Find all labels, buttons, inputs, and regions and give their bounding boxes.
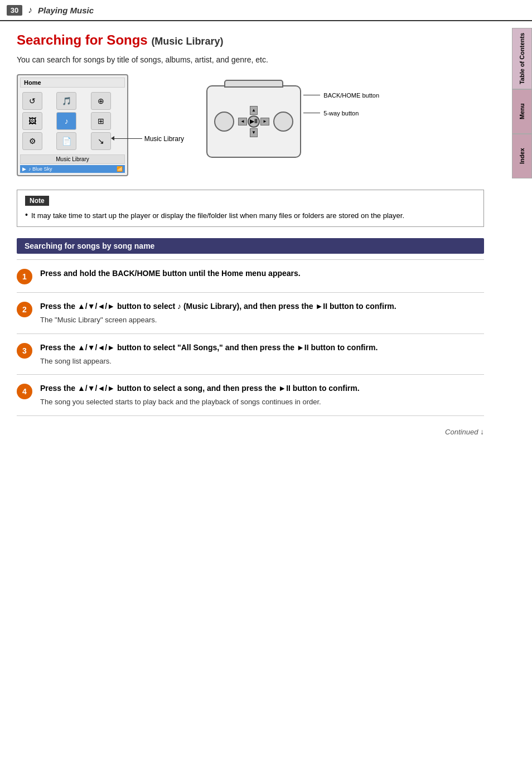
device-icons-grid: ↺ 🎵 ⊕ 🖼 ♪ ⊞ ⚙ 📄 ↘ bbox=[20, 90, 125, 152]
continued-arrow: ↓ bbox=[480, 427, 484, 436]
controller-wrapper: ▶II ▲ ▼ ◄ ► BACK/HOME button bbox=[206, 85, 301, 158]
step-number-2: 2 bbox=[17, 302, 32, 317]
note-box: Note • It may take time to start up the … bbox=[17, 190, 484, 228]
controller-outer: ▶II ▲ ▼ ◄ ► bbox=[206, 85, 301, 158]
note-bullet: • It may take time to start up the playe… bbox=[25, 210, 476, 221]
device-icon-doc: 📄 bbox=[56, 132, 76, 150]
step-row-3: 3 Press the ▲/▼/◄/► button to select "Al… bbox=[17, 334, 484, 375]
note-text: It may take time to start up the player … bbox=[31, 210, 404, 221]
intro-text: You can search for songs by title of son… bbox=[17, 55, 484, 64]
tab-menu[interactable]: Menu bbox=[512, 89, 532, 134]
device-icon-grid: ⊞ bbox=[91, 112, 111, 130]
music-library-label: Music Library bbox=[144, 135, 184, 143]
controller-left-circle bbox=[214, 112, 234, 132]
step-number-4: 4 bbox=[17, 384, 32, 399]
step-desc-2: The "Music Library" screen appears. bbox=[40, 315, 484, 326]
tab-index[interactable]: Index bbox=[512, 134, 532, 178]
step-title-1: Press and hold the BACK/HOME button unti… bbox=[40, 268, 484, 279]
step-title-3: Press the ▲/▼/◄/► button to select "All … bbox=[40, 342, 484, 354]
device-icon-rotate: ↺ bbox=[22, 92, 42, 110]
main-content: Searching for Songs (Music Library) You … bbox=[0, 21, 512, 458]
step-title-2: Press the ▲/▼/◄/► button to select ♪ (Mu… bbox=[40, 301, 484, 312]
device-icon-settings: ⚙ bbox=[22, 132, 42, 150]
header-title: Playing Music bbox=[38, 6, 94, 15]
back-home-label: BACK/HOME button bbox=[323, 91, 379, 100]
device-label-bar: Music Library bbox=[20, 154, 125, 164]
dpad-right: ► bbox=[260, 118, 269, 125]
five-way-label-row: 5-way button bbox=[303, 109, 379, 118]
step-row-4: 4 Press the ▲/▼/◄/► button to select a s… bbox=[17, 375, 484, 416]
controller-top-bar bbox=[224, 80, 283, 88]
dpad-center-btn: ▶II bbox=[248, 115, 260, 128]
device-icon-arrow: ↘ bbox=[91, 132, 111, 150]
note-header: Note bbox=[25, 196, 49, 206]
device-signal-icon: 📶 bbox=[117, 166, 123, 172]
music-library-arrow-label: Music Library bbox=[114, 135, 184, 143]
dpad-up: ▲ bbox=[250, 106, 258, 115]
section-title-red: Searching for Songs bbox=[17, 32, 148, 47]
device-screen-header: Home bbox=[20, 78, 125, 88]
step-content-1: Press and hold the BACK/HOME button unti… bbox=[40, 268, 484, 279]
step-number-1: 1 bbox=[17, 269, 32, 284]
step-title-4: Press the ▲/▼/◄/► button to select a son… bbox=[40, 383, 484, 394]
device-now-playing: ▶ ♪ Blue Sky 📶 bbox=[20, 165, 125, 173]
continued-text: Continued bbox=[445, 428, 478, 436]
music-note-icon: ♪ bbox=[28, 5, 32, 15]
device-icon-clock: ⊕ bbox=[91, 92, 111, 110]
side-tabs: Table of Contents Menu Index bbox=[512, 28, 532, 178]
section-title: Searching for Songs (Music Library) bbox=[17, 32, 484, 49]
device-icon-music: 🎵 bbox=[56, 92, 76, 110]
back-home-label-row: BACK/HOME button bbox=[303, 91, 379, 100]
note-bullet-dot: • bbox=[25, 210, 28, 219]
step-content-2: Press the ▲/▼/◄/► button to select ♪ (Mu… bbox=[40, 301, 484, 326]
device-screen: Home ↺ 🎵 ⊕ 🖼 ♪ ⊞ ⚙ 📄 ↘ Music Library bbox=[17, 74, 128, 176]
controller-right-circle bbox=[273, 112, 293, 132]
step-content-3: Press the ▲/▼/◄/► button to select "All … bbox=[40, 342, 484, 367]
step-number-3: 3 bbox=[17, 343, 32, 359]
device-mock-wrapper: Home ↺ 🎵 ⊕ 🖼 ♪ ⊞ ⚙ 📄 ↘ Music Library bbox=[17, 74, 128, 176]
step-row-2: 2 Press the ▲/▼/◄/► button to select ♪ (… bbox=[17, 293, 484, 334]
step-row-1: 1 Press and hold the BACK/HOME button un… bbox=[17, 259, 484, 293]
tab-toc[interactable]: Table of Contents bbox=[512, 28, 532, 89]
step-desc-3: The song list appears. bbox=[40, 356, 484, 367]
page-number: 30 bbox=[7, 5, 22, 16]
tab-menu-label: Menu bbox=[519, 104, 525, 120]
step-desc-4: The song you selected starts to play bac… bbox=[40, 396, 484, 408]
dpad-left: ◄ bbox=[238, 118, 247, 125]
dpad: ▶II ▲ ▼ ◄ ► bbox=[238, 106, 269, 137]
tab-toc-label: Table of Contents bbox=[519, 33, 525, 84]
five-way-label: 5-way button bbox=[323, 109, 359, 118]
dpad-down: ▼ bbox=[250, 128, 258, 137]
device-icon-photo: 🖼 bbox=[22, 112, 42, 130]
diagram-area: Home ↺ 🎵 ⊕ 🖼 ♪ ⊞ ⚙ 📄 ↘ Music Library bbox=[17, 74, 484, 176]
header-bar: 30 ♪ Playing Music bbox=[0, 0, 532, 21]
tab-index-label: Index bbox=[519, 148, 525, 165]
device-icon-musiclib: ♪ bbox=[56, 112, 76, 130]
controller-labels: BACK/HOME button 5-way button bbox=[303, 91, 379, 118]
section-title-black: (Music Library) bbox=[151, 36, 223, 47]
section-band: Searching for songs by song name bbox=[17, 238, 484, 254]
continued-footer: Continued ↓ bbox=[17, 427, 484, 436]
device-song-name: ♪ Blue Sky bbox=[28, 166, 52, 172]
step-content-4: Press the ▲/▼/◄/► button to select a son… bbox=[40, 383, 484, 408]
steps-container: 1 Press and hold the BACK/HOME button un… bbox=[17, 259, 484, 416]
device-play-icon: ▶ bbox=[22, 166, 26, 172]
